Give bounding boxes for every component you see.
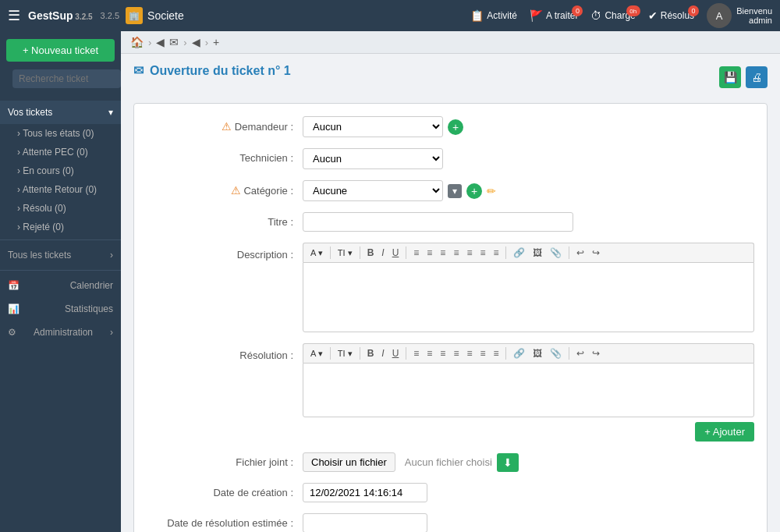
rte-undo-btn[interactable]: ↩ <box>573 246 587 260</box>
activite-nav[interactable]: 📋 Activité <box>470 9 517 22</box>
rte-indent-btn[interactable]: ≡ <box>437 246 448 260</box>
rte-underline-btn[interactable]: U <box>389 246 402 260</box>
rte2-undo-btn[interactable]: ↩ <box>573 346 587 360</box>
sidebar-vos-tickets[interactable]: Vos tickets ▾ <box>0 101 121 124</box>
brand-name: GestSup 3.2.5 <box>28 9 93 22</box>
rte2-redo-btn[interactable]: ↪ <box>589 346 603 360</box>
rte2-outdent-btn[interactable]: ≡ <box>450 346 462 360</box>
rte2-attach-btn[interactable]: 📎 <box>547 346 565 360</box>
resolus-nav[interactable]: ✔ Résolus 0 <box>648 9 694 22</box>
rte2-bold-btn[interactable]: B <box>364 346 378 360</box>
demandeur-add-button[interactable]: + <box>448 119 463 135</box>
demandeur-row: ⚠ Demandeur : Aucun + <box>147 116 754 137</box>
demandeur-select[interactable]: Aucun <box>303 116 443 137</box>
resolution-editor[interactable] <box>303 363 754 417</box>
sidebar: + Nouveau ticket Vos tickets ▾ › Tous le… <box>0 31 121 532</box>
ticket-icon: ✉ <box>133 63 144 78</box>
add-breadcrumb-icon[interactable]: + <box>213 36 219 48</box>
rte2-italic-btn[interactable]: I <box>378 346 387 360</box>
titre-control <box>303 212 754 232</box>
rte2-indent-btn[interactable]: ≡ <box>437 346 448 360</box>
sidebar-item-rejete[interactable]: › Rejeté (0) <box>0 218 121 236</box>
rte-italic-btn[interactable]: I <box>378 246 387 260</box>
rte-ol-btn[interactable]: ≡ <box>424 246 435 260</box>
company-selector[interactable]: 🏢 Societe <box>126 7 184 24</box>
sidebar-administration[interactable]: ⚙ Administration › <box>0 321 121 344</box>
file-upload-button[interactable]: ⬇ <box>497 453 519 472</box>
rte-align-right-btn[interactable]: ≡ <box>490 246 502 260</box>
email-icon[interactable]: ✉ <box>169 36 179 48</box>
date-creation-input[interactable] <box>303 483 427 502</box>
date-resolution-estimee-input[interactable] <box>303 513 427 532</box>
page-title: ✉ Ouverture du ticket n° 1 <box>133 63 291 78</box>
home-icon[interactable]: 🏠 <box>130 36 144 48</box>
user-menu[interactable]: A Bienvenu admin <box>707 3 772 28</box>
statistiques-label: Statistiques <box>65 303 113 314</box>
save-button[interactable]: 💾 <box>719 66 741 88</box>
rte2-ul-btn[interactable]: ≡ <box>410 346 422 360</box>
charge-nav[interactable]: ⏱ Charge 0h <box>590 9 635 22</box>
resolution-control: A ▾ TI ▾ B I U ≡ ≡ ≡ ≡ ≡ ≡ ≡ <box>303 343 754 442</box>
rte2-format-btn[interactable]: TI ▾ <box>335 347 356 360</box>
activite-icon: 📋 <box>470 9 484 22</box>
sidebar-item-resolu[interactable]: › Résolu (0) <box>0 199 121 218</box>
rte2-align-left-btn[interactable]: ≡ <box>463 346 475 360</box>
date-resolution-estimee-row: Date de résolution estimée : <box>147 513 754 532</box>
sidebar-calendrier[interactable]: 📅 Calendrier <box>0 274 121 297</box>
rte2-ol-btn[interactable]: ≡ <box>424 346 435 360</box>
main-content: 🏠 › ◀ ✉ › ◀ › + ✉ Ouverture du ticket n°… <box>121 31 780 532</box>
description-label: Description : <box>147 243 303 261</box>
search-input[interactable] <box>12 69 121 88</box>
rte2-link-btn[interactable]: 🔗 <box>510 346 528 360</box>
rte-redo-btn[interactable]: ↪ <box>589 246 603 260</box>
technicien-select[interactable]: Aucun <box>303 148 443 169</box>
description-editor[interactable] <box>303 262 754 332</box>
page-title-text: Ouverture du ticket n° 1 <box>150 64 291 78</box>
rte-image-btn[interactable]: 🖼 <box>530 246 545 260</box>
rte-align-center-btn[interactable]: ≡ <box>477 246 488 260</box>
resolution-label: Résolution : <box>147 343 303 361</box>
prev-icon[interactable]: ◀ <box>192 36 200 48</box>
sidebar-statistiques[interactable]: 📊 Statistiques <box>0 297 121 321</box>
rte-format-btn[interactable]: TI ▾ <box>335 246 356 260</box>
categorie-sub-toggle[interactable]: ▾ <box>448 184 462 198</box>
rte-link-btn[interactable]: 🔗 <box>510 246 528 260</box>
categorie-control: Aucune ▾ + ✏ <box>303 180 754 201</box>
sidebar-tous-tickets[interactable]: Tous les tickets › <box>0 243 121 267</box>
activite-label: Activité <box>487 10 517 21</box>
titre-row: Titre : <box>147 212 754 232</box>
avatar: A <box>707 3 732 28</box>
print-button[interactable]: 🖨 <box>746 66 768 88</box>
categorie-add-button[interactable]: + <box>466 183 482 199</box>
sidebar-item-en-cours[interactable]: › En cours (0) <box>0 161 121 180</box>
rte2-image-btn[interactable]: 🖼 <box>530 346 545 360</box>
categorie-select[interactable]: Aucune <box>303 180 443 201</box>
rte2-underline-btn[interactable]: U <box>389 346 402 360</box>
company-name: Societe <box>147 9 184 22</box>
sidebar-item-tous-etats[interactable]: › Tous les états (0) <box>0 124 121 143</box>
rte-align-left-btn[interactable]: ≡ <box>463 246 475 260</box>
sidebar-divider <box>0 239 121 240</box>
titre-input[interactable] <box>303 212 573 232</box>
rte-bold-btn[interactable]: B <box>364 246 378 260</box>
sidebar-divider2 <box>0 270 121 271</box>
categorie-edit-icon[interactable]: ✏ <box>487 185 496 197</box>
file-choose-button[interactable]: Choisir un fichier <box>303 452 395 472</box>
rte2-font-btn[interactable]: A ▾ <box>307 347 326 360</box>
sidebar-item-attente-retour[interactable]: › Attente Retour (0) <box>0 180 121 199</box>
atraiter-nav[interactable]: 🚩 A traiter 0 <box>530 9 578 22</box>
rte2-align-center-btn[interactable]: ≡ <box>477 346 488 360</box>
new-ticket-button[interactable]: + Nouveau ticket <box>6 39 115 62</box>
back-icon[interactable]: ◀ <box>156 36 165 48</box>
rte2-align-right-btn[interactable]: ≡ <box>490 346 502 360</box>
add-resolution-button[interactable]: + Ajouter <box>695 422 754 442</box>
rte-attach-btn[interactable]: 📎 <box>547 246 565 260</box>
hamburger-icon[interactable]: ☰ <box>8 7 20 24</box>
company-icon: 🏢 <box>126 7 143 24</box>
search-area <box>6 69 115 94</box>
sidebar-item-attente-pec[interactable]: › Attente PEC (0) <box>0 143 121 161</box>
rte-font-btn[interactable]: A ▾ <box>307 246 326 260</box>
rte-outdent-btn[interactable]: ≡ <box>450 246 462 260</box>
resolus-badge: 0 <box>688 5 699 16</box>
rte-ul-btn[interactable]: ≡ <box>410 246 422 260</box>
